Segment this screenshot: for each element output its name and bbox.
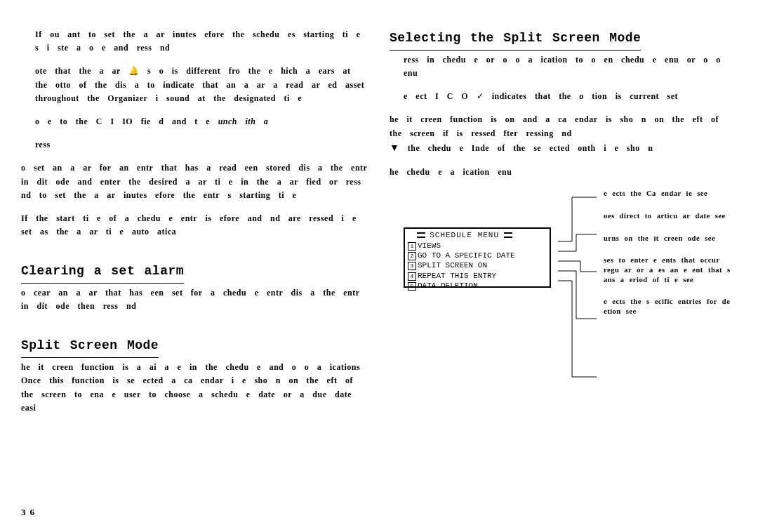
manual-page: If ou ant to set the a ar inutes efore t… [0, 0, 758, 532]
annotation: e ects the s ecific entries for de etion… [604, 297, 737, 316]
body-text: he chedu e a ication enu [390, 166, 737, 179]
body-text: e ect I C O ✓ indicates that the o tion … [390, 90, 737, 103]
body-text: o set an a ar for an entr that has a rea… [21, 161, 368, 202]
menu-item: 4REPEAT THIS ENTRY [408, 271, 547, 281]
connector-lines [558, 189, 597, 399]
menu-annotations: e ects the Ca endar ie see oes direct to… [604, 189, 737, 399]
heading-clearing-alarm: Clearing a set alarm [21, 261, 184, 284]
bell-icon: 🔔 [128, 65, 140, 78]
body-text: o e to the C I IO fie d and t e unch ith… [21, 115, 368, 128]
body-text: o cear an a ar that has een set for a ch… [21, 286, 368, 313]
menu-item: 1VIEWS [408, 241, 547, 251]
page-number: 36 [21, 507, 39, 518]
body-text: he it creen function is a ai a e in the … [21, 361, 368, 415]
menu-item: 5DATA DELETION [408, 281, 547, 291]
menu-item: 2GO TO A SPECIFIC DATE [408, 251, 547, 260]
body-text: If ou ant to set the a ar inutes efore t… [21, 28, 368, 55]
body-text: ote that the a ar 🔔 s o is different fro… [21, 65, 368, 105]
annotation: urns on the it creen ode see [604, 234, 737, 244]
menu-title-text: SCHEDULE MENU [430, 231, 499, 239]
annotation: ses to enter e ents that occur regu ar o… [604, 255, 737, 284]
body-text: he it creen function is on and a ca enda… [390, 113, 737, 156]
annotation: e ects the Ca endar ie see [604, 189, 737, 199]
down-arrow-icon: ▼ [390, 140, 399, 156]
checkmark-icon: ✓ [477, 90, 484, 103]
heading-selecting-split: Selecting the Split Screen Mode [390, 28, 641, 51]
body-text: If the start ti e of a chedu e entr is e… [21, 212, 368, 239]
schedule-menu-box: SCHEDULE MENU 1VIEWS 2GO TO A SPECIFIC D… [404, 227, 551, 288]
left-column: If ou ant to set the a ar inutes efore t… [21, 28, 368, 504]
annotation: oes direct to articu ar date see [604, 211, 737, 221]
menu-item: 3SPLIT SCREEN ON [408, 260, 547, 270]
menu-diagram: SCHEDULE MENU 1VIEWS 2GO TO A SPECIFIC D… [390, 189, 737, 399]
body-text: ress in chedu e or o o a ication to o en… [390, 53, 737, 80]
body-text: ress [21, 138, 368, 152]
right-column: Selecting the Split Screen Mode ress in … [390, 28, 737, 504]
heading-split-screen: Split Screen Mode [21, 335, 159, 358]
